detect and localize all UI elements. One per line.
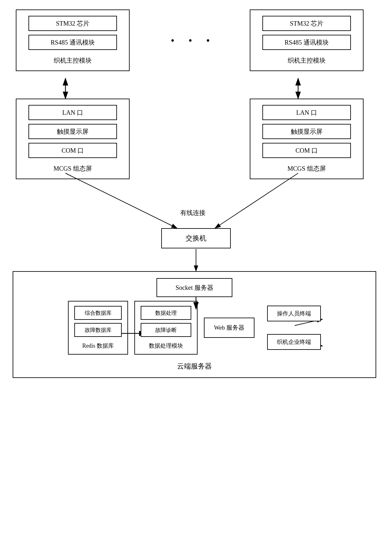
- operator-terminal-box: 操作人员终端: [267, 306, 321, 321]
- left-com-box: COM 口: [28, 143, 117, 158]
- right-rs485-box: RS485 通讯模块: [262, 35, 351, 50]
- left-stm32-box: STM32 芯片: [28, 16, 117, 31]
- redis-db-label: Redis 数据库: [82, 342, 114, 350]
- web-server-box: Web 服务器: [204, 318, 254, 338]
- svg-line-6: [215, 173, 298, 228]
- data-proc-box: 数据处理 故障诊断 数据处理模块: [134, 301, 198, 355]
- svg-line-5: [65, 173, 177, 228]
- diagram: STM32 芯片 RS485 通讯模块 织机主控模块 STM32 芯片 RS48…: [0, 0, 392, 554]
- left-lan-box: LAN 口: [28, 105, 117, 120]
- left-mcgs-label: MCGS 组态屏: [53, 164, 92, 173]
- right-stm32-box: STM32 芯片: [262, 16, 351, 31]
- right-com-box: COM 口: [262, 143, 351, 158]
- left-machine-label: 织机主控模块: [54, 56, 92, 65]
- socket-server-box: Socket 服务器: [156, 278, 232, 297]
- switch-box: 交换机: [161, 228, 231, 248]
- enterprise-terminal-box: 织机企业终端: [267, 334, 321, 350]
- right-touch-box: 触摸显示屏: [262, 124, 351, 139]
- wired-connection-label: 有线连接: [155, 209, 231, 217]
- left-mcgs-module: LAN 口 触摸显示屏 COM 口 MCGS 组态屏: [16, 99, 123, 179]
- data-proc-label: 数据处理模块: [149, 342, 183, 350]
- right-machine-module: STM32 芯片 RS485 通讯模块 织机主控模块: [250, 9, 370, 71]
- right-machine-label: 织机主控模块: [288, 56, 326, 65]
- left-machine-module: STM32 芯片 RS485 通讯模块 织机主控模块: [16, 9, 123, 71]
- cloud-server-box: Socket 服务器 综合数据库 故障数据库 Redis 数据库 数据处理: [13, 271, 376, 378]
- fault-diagnosis-box: 故障诊断: [141, 323, 191, 337]
- right-mcgs-label: MCGS 组态屏: [287, 164, 326, 173]
- cloud-server-label: 云端服务器: [20, 362, 369, 371]
- left-touch-box: 触摸显示屏: [28, 124, 117, 139]
- fault-db-box: 故障数据库: [74, 323, 122, 337]
- redis-db-box: 综合数据库 故障数据库 Redis 数据库: [68, 301, 128, 355]
- right-lan-box: LAN 口: [262, 105, 351, 120]
- left-rs485-box: RS485 通讯模块: [28, 35, 117, 50]
- data-processing-box: 数据处理: [141, 306, 191, 320]
- dots-separator: · · ·: [139, 32, 247, 49]
- right-mcgs-module: LAN 口 触摸显示屏 COM 口 MCGS 组态屏: [250, 99, 370, 179]
- comprehensive-db-box: 综合数据库: [74, 306, 122, 320]
